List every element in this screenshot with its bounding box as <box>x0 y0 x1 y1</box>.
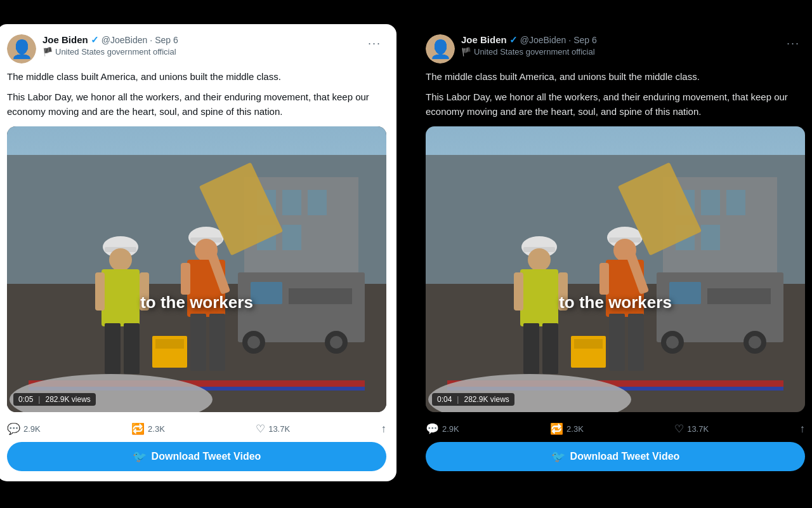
svg-rect-20 <box>124 323 140 374</box>
svg-rect-64 <box>628 314 644 371</box>
flag-icon-dark: 🏴 <box>461 47 471 57</box>
svg-rect-3 <box>308 190 327 215</box>
svg-point-47 <box>749 336 761 349</box>
retweet-action-light[interactable]: 🔁 2.3K <box>131 422 165 436</box>
svg-rect-51 <box>520 269 558 326</box>
user-name-dark: Joe Biden <box>461 34 507 45</box>
tweet-card-light: Joe Biden ✓ @JoeBiden · Sep 6 🏴 United S… <box>0 24 396 482</box>
avatar-dark <box>426 34 455 64</box>
tweet-actions-light: 💬 2.9K 🔁 2.3K ♡ 13.7K ↑ <box>7 420 386 442</box>
tweet-header-light: Joe Biden ✓ @JoeBiden · Sep 6 🏴 United S… <box>7 34 386 64</box>
tweet-line-1-light: The middle class built America, and unio… <box>7 70 386 84</box>
share-icon-light: ↑ <box>381 423 386 436</box>
video-views-dark: 282.9K views <box>464 395 509 404</box>
share-action-light[interactable]: ↑ <box>381 423 386 436</box>
retweet-icon-light: 🔁 <box>131 422 145 436</box>
like-count-dark: 13.7K <box>687 424 709 434</box>
download-label-light: Download Tweet Video <box>152 451 261 462</box>
like-count-light: 13.7K <box>268 424 290 434</box>
svg-rect-34 <box>155 339 184 349</box>
user-name-row-dark: Joe Biden ✓ @JoeBiden · Sep 6 <box>461 34 782 46</box>
svg-rect-17 <box>95 272 105 311</box>
tweet-line-2-dark: This Labor Day, we honor all the workers… <box>426 90 805 119</box>
svg-rect-7 <box>251 282 282 304</box>
svg-rect-69 <box>574 339 603 349</box>
svg-rect-18 <box>140 272 149 311</box>
svg-rect-52 <box>514 272 523 311</box>
svg-point-12 <box>330 336 343 349</box>
reply-count-dark: 2.9K <box>442 424 459 434</box>
svg-rect-5 <box>282 225 301 250</box>
govt-text-dark: United States government official <box>474 47 595 57</box>
video-frame-light: to the workers 0:05 | 282.9K views <box>7 126 386 412</box>
retweet-count-dark: 2.3K <box>566 424 584 434</box>
reply-action-dark[interactable]: 💬 2.9K <box>426 422 459 436</box>
govt-label-light: 🏴 United States government official <box>43 47 363 57</box>
video-container-dark[interactable]: to the workers 0:04 | 282.9K views <box>426 126 805 412</box>
video-frame-dark: to the workers 0:04 | 282.9K views <box>426 126 805 412</box>
tweet-line-2-light: This Labor Day, we honor all the workers… <box>7 90 386 119</box>
verified-badge-light: ✓ <box>91 34 99 46</box>
svg-rect-55 <box>542 323 558 374</box>
retweet-action-dark[interactable]: 🔁 2.3K <box>550 422 584 436</box>
date-separator-dark: · <box>568 35 571 45</box>
like-icon-light: ♡ <box>256 422 265 436</box>
scene-light: to the workers 0:05 | 282.9K views <box>7 126 386 412</box>
svg-rect-40 <box>701 225 720 250</box>
tweet-text-dark: The middle class built America, and unio… <box>426 70 805 119</box>
tweet-date-light: Sep 6 <box>155 35 178 45</box>
page-wrapper: Joe Biden ✓ @JoeBiden · Sep 6 🏴 United S… <box>0 11 812 497</box>
more-button-dark[interactable]: ··· <box>782 34 805 53</box>
retweet-icon-dark: 🔁 <box>550 422 563 436</box>
download-button-dark[interactable]: 🐦 Download Tweet Video <box>426 442 805 471</box>
svg-rect-26 <box>181 263 190 295</box>
flag-icon-light: 🏴 <box>43 47 53 57</box>
like-action-dark[interactable]: ♡ 13.7K <box>674 422 709 436</box>
user-info-light: Joe Biden ✓ @JoeBiden · Sep 6 🏴 United S… <box>43 34 363 57</box>
svg-rect-43 <box>707 288 771 304</box>
svg-rect-2 <box>282 190 301 215</box>
reply-icon-dark: 💬 <box>426 422 439 436</box>
user-handle-dark: @JoeBiden <box>520 35 566 45</box>
download-button-light[interactable]: 🐦 Download Tweet Video <box>7 442 386 471</box>
svg-point-10 <box>247 336 260 349</box>
tweet-header-dark: Joe Biden ✓ @JoeBiden · Sep 6 🏴 United S… <box>426 34 805 64</box>
svg-point-45 <box>666 336 679 349</box>
reply-action-light[interactable]: 💬 2.9K <box>7 422 41 436</box>
avatar-image-light <box>7 34 36 64</box>
video-time-light: 0:05 <box>18 395 33 404</box>
workers-svg-light <box>7 126 386 412</box>
svg-rect-29 <box>209 314 225 371</box>
stats-divider-light: | <box>38 395 40 404</box>
more-button-light[interactable]: ··· <box>363 34 386 53</box>
svg-rect-63 <box>609 314 625 371</box>
reply-count-light: 2.9K <box>23 424 41 434</box>
svg-rect-42 <box>669 282 701 304</box>
user-handle-light: @JoeBiden <box>102 35 148 45</box>
stats-divider-dark: | <box>457 395 459 404</box>
video-stats-light: 0:05 | 282.9K views <box>13 393 96 406</box>
video-container-light[interactable]: to the workers 0:05 | 282.9K views <box>7 126 386 412</box>
tweet-text-light: The middle class built America, and unio… <box>7 70 386 119</box>
like-icon-dark: ♡ <box>674 422 684 436</box>
tweet-card-dark: Joe Biden ✓ @JoeBiden · Sep 6 🏴 United S… <box>416 24 812 485</box>
svg-rect-8 <box>289 288 352 304</box>
video-views-light: 282.9K views <box>45 395 90 404</box>
share-icon-dark: ↑ <box>799 423 805 436</box>
bird-icon-dark: 🐦 <box>551 450 565 464</box>
like-action-light[interactable]: ♡ 13.7K <box>256 422 290 436</box>
verified-badge-dark: ✓ <box>509 34 518 46</box>
svg-rect-61 <box>599 263 609 295</box>
share-action-dark[interactable]: ↑ <box>799 423 805 436</box>
date-separator-light: · <box>150 35 152 45</box>
user-info-dark: Joe Biden ✓ @JoeBiden · Sep 6 🏴 United S… <box>461 34 782 57</box>
svg-rect-16 <box>102 269 140 326</box>
tweet-line-1-dark: The middle class built America, and unio… <box>426 70 805 84</box>
govt-label-dark: 🏴 United States government official <box>461 47 782 57</box>
avatar-image-dark <box>426 34 455 64</box>
video-stats-dark: 0:04 | 282.9K views <box>432 393 514 406</box>
svg-point-15 <box>109 248 132 271</box>
retweet-count-light: 2.3K <box>148 424 165 434</box>
scene-dark: to the workers 0:04 | 282.9K views <box>426 126 805 412</box>
svg-rect-54 <box>523 323 539 374</box>
